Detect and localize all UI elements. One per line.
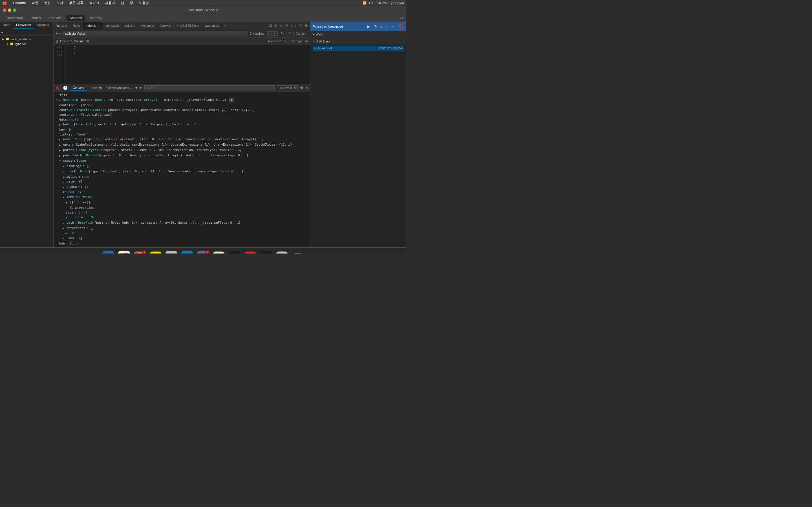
tab-connection[interactable]: Connection	[2, 15, 26, 21]
console-line-references[interactable]: ▶ references : {}	[54, 226, 310, 231]
deactivate-button[interactable]: 🚫	[398, 24, 404, 29]
file-tab-context[interactable]: context.js	[103, 22, 122, 29]
expand-path-arrow[interactable]: ▶	[63, 221, 65, 225]
expand-parentpath-arrow[interactable]: ▶	[59, 154, 62, 158]
dock-item-terminal[interactable]: _$	[259, 250, 273, 254]
console-line-inited[interactable]: inited : true	[54, 190, 310, 194]
console-line-opts[interactable]: ▶ opts : {LabeledStatement: {…}, Assignm…	[54, 142, 310, 148]
console-line-entries[interactable]: ▼ [[Entries]]	[54, 200, 310, 205]
sidebar-tab-filesystem[interactable]: Filesystem	[13, 22, 34, 29]
editor-pause-icon[interactable]: ⏸	[274, 23, 278, 28]
file-tab-index3[interactable]: index.js	[122, 22, 138, 29]
menubar-user[interactable]: 사용자	[104, 1, 116, 5]
console-line-listkey[interactable]: listKey : "body"	[54, 132, 310, 137]
console-line-data-scope[interactable]: ▶ data : {}	[54, 179, 310, 184]
dock-item-trash[interactable]: 🗑️	[291, 250, 305, 254]
console-line-nodepath[interactable]: ◀ ▼ NodePath {parent: Node , hub: {…}, c…	[54, 98, 310, 103]
console-line-labels[interactable]: ▼ labels : Map(0)	[54, 194, 310, 200]
expand-proto-map-arrow[interactable]: ▶	[66, 216, 69, 220]
sidebar-tab-node[interactable]: Node	[0, 22, 13, 29]
log-level-select[interactable]: All levels	[277, 86, 298, 91]
console-line-bindings[interactable]: ▶ bindings : {}	[54, 164, 310, 169]
console-preserve-icon[interactable]: 🕐	[63, 86, 68, 90]
apple-icon[interactable]: 🍎	[2, 1, 8, 6]
tab-memory[interactable]: Memory	[87, 15, 105, 21]
console-line-globals[interactable]: ▶ globals : {}	[54, 184, 310, 190]
console-path-dropdown[interactable]: ▼	[135, 86, 138, 90]
menubar-history[interactable]: 방문 기록	[68, 1, 84, 5]
step-button[interactable]: →	[391, 24, 396, 29]
dock-item-teams[interactable]: 💜 1	[196, 250, 210, 254]
menubar-bookmarks[interactable]: 북마크	[88, 1, 100, 5]
tree-item-node-modules[interactable]: ▶ 📁 node_modules	[0, 37, 53, 41]
editor-toggle-icon[interactable]: ⊡	[269, 24, 272, 27]
match-case-option[interactable]: Aa	[280, 31, 286, 36]
file-tab-visitors[interactable]: visitors.js	[138, 22, 157, 29]
console-line-this[interactable]: this	[54, 93, 310, 98]
menubar-tab[interactable]: 탭	[119, 1, 125, 5]
editor-step-out-icon[interactable]: ↑	[294, 24, 296, 27]
step-out-button[interactable]: ↑	[385, 24, 388, 29]
settings-icon[interactable]: ⚙	[400, 16, 404, 20]
console-line-uid[interactable]: uid : 0	[54, 231, 310, 236]
editor-step-in-icon[interactable]: ↓	[290, 24, 292, 27]
expand-labels-arrow[interactable]: ▼	[63, 195, 65, 200]
search-prev-button[interactable]: ▲	[266, 31, 271, 36]
console-clear-icon[interactable]: 🚫	[56, 86, 61, 90]
dock-item-chrome[interactable]	[117, 250, 131, 254]
tab-sources[interactable]: Sources	[66, 15, 86, 21]
console-line-parent-accessor[interactable]: parent : (...)	[54, 246, 310, 247]
minimize-button[interactable]	[8, 8, 11, 12]
editor-content[interactable]: 726 727 728 } }	[54, 45, 310, 84]
regex-option[interactable]: .*	[287, 31, 292, 36]
console-line-node[interactable]: ▶ node : Node {type: "VariableDeclaratio…	[54, 137, 310, 142]
menubar-window[interactable]: 창	[129, 1, 134, 5]
file-tab-webpack[interactable]: webpack.js	[202, 22, 223, 29]
expand-hub-arrow[interactable]: ▶	[59, 123, 62, 127]
console-tab-console[interactable]: Console	[70, 85, 87, 91]
console-line-key[interactable]: key : 0	[54, 127, 310, 132]
console-line-block[interactable]: ▶ block : Node {type: "Program" , start:…	[54, 169, 310, 174]
editor-deactivate-icon[interactable]: 🚫	[298, 24, 303, 27]
menubar-help[interactable]: 도움말	[138, 1, 150, 5]
console-line-proto-map[interactable]: ▶ __proto__ : Map	[54, 215, 310, 220]
console-visibility-icon[interactable]: 👁	[139, 86, 142, 90]
editor-step-over-icon[interactable]: ↷	[285, 24, 288, 27]
tab-profiler[interactable]: Profiler	[28, 15, 45, 21]
expand-data-scope-arrow[interactable]: ▶	[63, 180, 65, 184]
expand-parent-arrow[interactable]: ▶	[59, 149, 62, 153]
sidebar-tab-snippets[interactable]: Snippets	[34, 22, 52, 29]
dock-item-kite[interactable]: 💎	[227, 250, 242, 254]
menubar-file[interactable]: 파일	[31, 1, 40, 5]
file-tabs-more[interactable]: »	[223, 24, 229, 27]
window-controls[interactable]	[3, 8, 16, 12]
expand-block-arrow[interactable]: ▶	[63, 170, 65, 174]
console-line-path[interactable]: ▶ path : NodePath {parent: Node, hub: {……	[54, 220, 310, 226]
file-tab-index2[interactable]: index.js ×	[83, 22, 103, 29]
console-close-button[interactable]: ×	[306, 86, 308, 90]
expand-globals-arrow[interactable]: ▶	[63, 185, 65, 189]
dock-item-notes[interactable]: 📝	[149, 250, 163, 254]
resume-button[interactable]: ▶	[366, 24, 371, 29]
dock-item-app7[interactable]: 🫖	[212, 250, 226, 254]
editor-resume-icon[interactable]: ▷	[281, 24, 283, 27]
add-folder-icon[interactable]: +	[1, 31, 3, 34]
dock-item-sysprefs[interactable]: ⚙️	[164, 250, 179, 254]
step-into-button[interactable]: ↓	[380, 24, 383, 29]
expand-node-arrow[interactable]: ▶	[59, 138, 62, 142]
tree-item-babel[interactable]: ▶ 📁 @babel	[4, 41, 53, 46]
console-filter-input[interactable]	[144, 86, 275, 91]
search-next-button[interactable]: ▼	[272, 31, 278, 36]
dock-item-printer[interactable]: 🖨️	[275, 250, 289, 254]
tab-console[interactable]: Console	[46, 15, 65, 21]
console-line-scope[interactable]: ▼ scope : Scope	[54, 158, 310, 164]
expand-references-arrow[interactable]: ▶	[63, 226, 65, 231]
console-line-data[interactable]: data : null	[54, 117, 310, 122]
console-line-hub[interactable]: ▶ hub : {file: File , getCode: f , getSc…	[54, 122, 310, 127]
call-stack-item-setcontext[interactable]: setContext context.js:150	[313, 46, 404, 51]
expand-scope-arrow[interactable]: ▼	[59, 159, 62, 163]
file-tab-close-icon[interactable]: ×	[98, 24, 100, 27]
file-tab-index1[interactable]: index.js	[54, 22, 70, 29]
search-input[interactable]	[63, 31, 248, 36]
expand-uids-arrow[interactable]: ▶	[63, 237, 65, 241]
